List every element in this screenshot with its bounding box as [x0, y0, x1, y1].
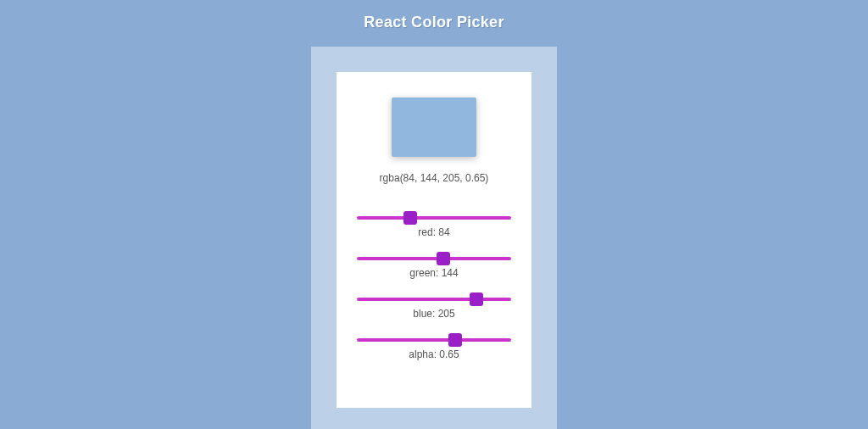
page-title: React Color Picker — [0, 0, 868, 47]
blue-slider-label: blue: 205 — [357, 308, 511, 320]
picker-card: rgba(84, 144, 205, 0.65) red: 84 green: … — [337, 72, 531, 408]
red-slider[interactable] — [357, 216, 511, 220]
green-slider-block: green: 144 — [357, 248, 511, 279]
red-slider-block: red: 84 — [357, 208, 511, 238]
alpha-slider-label: alpha: 0.65 — [357, 348, 511, 360]
blue-slider-block: blue: 205 — [357, 289, 511, 320]
red-slider-label: red: 84 — [357, 226, 511, 238]
rgba-readout: rgba(84, 144, 205, 0.65) — [380, 172, 489, 184]
picker-outer: rgba(84, 144, 205, 0.65) red: 84 green: … — [311, 47, 557, 429]
blue-slider[interactable] — [357, 298, 511, 301]
green-slider-label: green: 144 — [357, 267, 511, 279]
alpha-slider-block: alpha: 0.65 — [357, 330, 511, 360]
alpha-slider[interactable] — [357, 338, 511, 342]
color-swatch — [392, 98, 476, 157]
green-slider[interactable] — [357, 257, 511, 260]
